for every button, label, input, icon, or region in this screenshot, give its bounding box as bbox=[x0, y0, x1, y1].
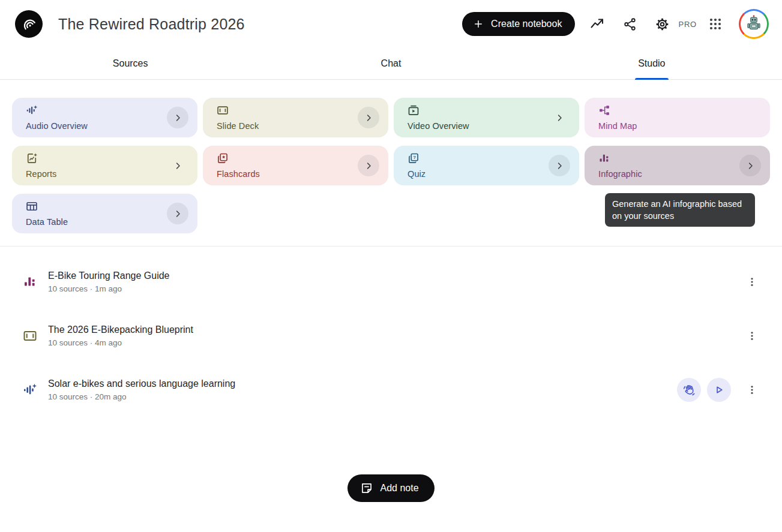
analytics-trending-up-icon[interactable] bbox=[581, 10, 613, 38]
interactive-mode-button[interactable] bbox=[677, 378, 701, 402]
card-label: Video Overview bbox=[408, 121, 469, 131]
notebooklm-logo-icon[interactable] bbox=[15, 10, 43, 38]
settings-gear-icon[interactable] bbox=[646, 10, 678, 38]
play-icon bbox=[713, 384, 725, 396]
flashcards-star-icon bbox=[217, 152, 229, 164]
more-options-kebab-icon[interactable] bbox=[745, 381, 759, 398]
panel-tabs: Sources Chat Studio bbox=[0, 48, 782, 80]
card-label: Flashcards bbox=[217, 169, 260, 179]
studio-card-quiz[interactable]: ? Quiz bbox=[394, 146, 579, 185]
studio-card-slide-deck[interactable]: Slide Deck bbox=[203, 98, 388, 137]
note-actions bbox=[737, 273, 759, 290]
chevron-right-icon[interactable] bbox=[167, 203, 188, 224]
add-note-container: Add note bbox=[0, 474, 782, 502]
notebook-title[interactable]: The Rewired Roadtrip 2026 bbox=[58, 16, 245, 33]
note-text: Solar e-bikes and serious language learn… bbox=[48, 378, 677, 401]
bar-chart-icon bbox=[598, 152, 610, 164]
studio-output-list: E-Bike Touring Range Guide 10 sources · … bbox=[0, 247, 782, 417]
add-note-label: Add note bbox=[380, 483, 418, 494]
studio-card-flashcards[interactable]: Flashcards bbox=[203, 146, 388, 185]
note-title: Solar e-bikes and serious language learn… bbox=[48, 378, 677, 389]
share-icon[interactable] bbox=[613, 10, 646, 38]
chevron-right-icon[interactable] bbox=[358, 107, 379, 128]
card-label: Reports bbox=[26, 169, 56, 179]
studio-card-reports[interactable]: Reports bbox=[12, 146, 197, 185]
mind-map-nodes-icon bbox=[598, 104, 610, 116]
tab-chat-label: Chat bbox=[381, 58, 402, 69]
studio-card-audio-overview[interactable]: Audio Overview bbox=[12, 98, 197, 137]
list-item-slide-deck[interactable]: The 2026 E-Bikepacking Blueprint 10 sour… bbox=[0, 309, 782, 363]
slide-frame-icon bbox=[23, 329, 37, 343]
note-actions bbox=[737, 327, 759, 344]
studio-card-data-table[interactable]: Data Table bbox=[12, 194, 197, 233]
tab-sources-label: Sources bbox=[113, 58, 148, 69]
note-title: The 2026 E-Bikepacking Blueprint bbox=[48, 324, 737, 335]
create-notebook-label: Create notebook bbox=[491, 19, 562, 29]
tab-sources[interactable]: Sources bbox=[0, 48, 260, 79]
card-label: Quiz bbox=[408, 169, 426, 179]
svg-text:?: ? bbox=[413, 155, 416, 160]
user-avatar[interactable] bbox=[739, 9, 769, 39]
note-text: E-Bike Touring Range Guide 10 sources · … bbox=[48, 270, 737, 293]
waving-hand-icon bbox=[682, 383, 696, 396]
app-header: The Rewired Roadtrip 2026 Create noteboo… bbox=[0, 0, 782, 48]
quiz-cards-icon: ? bbox=[408, 152, 420, 164]
notebooklm-app: The Rewired Roadtrip 2026 Create noteboo… bbox=[0, 0, 782, 532]
create-notebook-button[interactable]: Create notebook bbox=[462, 12, 575, 36]
tab-chat[interactable]: Chat bbox=[260, 48, 521, 79]
pro-badge: PRO bbox=[678, 20, 697, 29]
infographic-bars-icon bbox=[23, 275, 37, 289]
chevron-right-icon[interactable] bbox=[167, 107, 188, 128]
audio-waveform-sparkle-icon bbox=[26, 104, 38, 116]
report-sparkle-icon bbox=[26, 152, 38, 164]
note-icon bbox=[361, 482, 373, 494]
slide-frame-icon bbox=[217, 104, 229, 116]
note-meta: 10 sources · 4m ago bbox=[48, 338, 737, 347]
card-label: Infographic bbox=[598, 169, 642, 179]
note-title: E-Bike Touring Range Guide bbox=[48, 270, 737, 281]
note-meta: 10 sources · 20m ago bbox=[48, 392, 677, 401]
card-label: Data Table bbox=[26, 217, 68, 227]
studio-card-infographic[interactable]: Infographic bbox=[585, 146, 770, 185]
card-label: Mind Map bbox=[598, 121, 637, 131]
note-text: The 2026 E-Bikepacking Blueprint 10 sour… bbox=[48, 324, 737, 347]
studio-card-video-overview[interactable]: Video Overview bbox=[394, 98, 579, 137]
chevron-right-icon[interactable] bbox=[739, 155, 761, 176]
card-label: Audio Overview bbox=[26, 121, 88, 131]
audio-waveform-sparkle-icon bbox=[23, 383, 37, 397]
plus-icon bbox=[473, 19, 484, 29]
studio-card-mind-map[interactable]: Mind Map bbox=[585, 98, 770, 137]
infographic-tooltip: Generate an AI infographic based on your… bbox=[605, 193, 755, 227]
tab-studio-label: Studio bbox=[638, 58, 665, 69]
chevron-right-icon[interactable] bbox=[358, 155, 379, 176]
list-item-infographic[interactable]: E-Bike Touring Range Guide 10 sources · … bbox=[0, 255, 782, 309]
add-note-button[interactable]: Add note bbox=[347, 474, 434, 502]
chevron-right-icon[interactable] bbox=[549, 155, 570, 176]
list-item-audio-overview[interactable]: Solar e-bikes and serious language learn… bbox=[0, 363, 782, 417]
note-meta: 10 sources · 1m ago bbox=[48, 284, 737, 293]
table-grid-icon bbox=[26, 200, 38, 212]
more-options-kebab-icon[interactable] bbox=[745, 273, 759, 290]
play-button[interactable] bbox=[707, 378, 731, 402]
card-label: Slide Deck bbox=[217, 121, 259, 131]
header-icons: PRO bbox=[581, 9, 769, 39]
chevron-right-icon[interactable] bbox=[167, 155, 188, 176]
chevron-right-icon[interactable] bbox=[549, 107, 570, 128]
more-options-kebab-icon[interactable] bbox=[745, 327, 759, 344]
tab-studio[interactable]: Studio bbox=[522, 48, 782, 79]
note-actions bbox=[677, 378, 759, 402]
active-tab-indicator bbox=[635, 78, 669, 80]
google-apps-grid-icon[interactable] bbox=[699, 10, 732, 38]
robot-avatar-image bbox=[741, 11, 767, 37]
video-frame-icon bbox=[408, 104, 420, 116]
